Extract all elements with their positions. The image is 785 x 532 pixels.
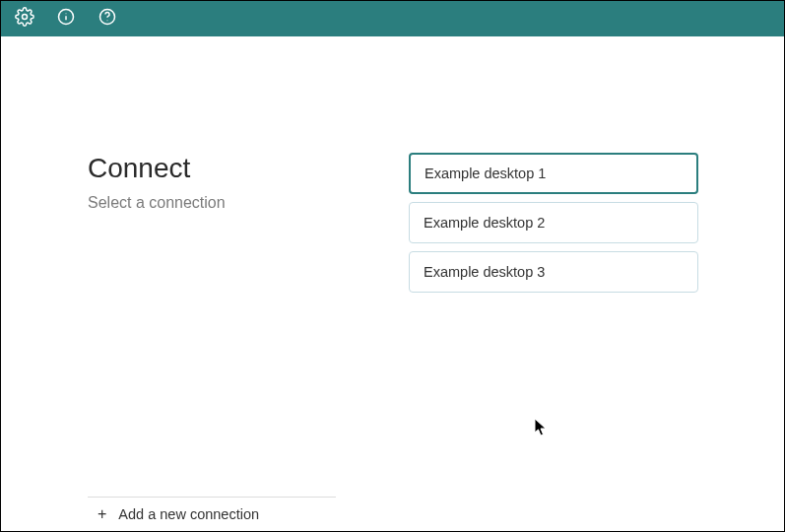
add-connection-button[interactable]: + Add a new connection [88, 498, 259, 531]
connection-item[interactable]: Example desktop 2 [409, 202, 698, 243]
connection-item[interactable]: Example desktop 1 [409, 153, 698, 194]
svg-point-3 [66, 13, 67, 14]
svg-point-0 [23, 15, 28, 20]
heading-block: Connect Select a connection [88, 153, 354, 212]
connection-list: Example desktop 1 Example desktop 2 Exam… [409, 153, 698, 293]
help-button[interactable] [94, 5, 121, 33]
cursor-icon [534, 418, 548, 437]
top-toolbar [1, 1, 784, 36]
info-icon [56, 7, 76, 31]
app-frame: Connect Select a connection Example desk… [0, 0, 785, 532]
svg-point-5 [107, 20, 108, 21]
connection-item-label: Example desktop 3 [424, 264, 545, 280]
gear-icon [15, 7, 34, 31]
connection-item[interactable]: Example desktop 3 [409, 251, 698, 293]
plus-icon: + [98, 506, 106, 522]
connection-item-label: Example desktop 1 [425, 166, 546, 181]
main-content: Connect Select a connection Example desk… [1, 36, 784, 531]
connection-item-label: Example desktop 2 [424, 215, 545, 231]
page-title: Connect [88, 153, 354, 184]
settings-button[interactable] [11, 5, 38, 33]
add-connection-label: Add a new connection [118, 506, 259, 522]
info-button[interactable] [52, 5, 80, 33]
page-subtitle: Select a connection [88, 194, 354, 212]
help-icon [98, 7, 117, 31]
